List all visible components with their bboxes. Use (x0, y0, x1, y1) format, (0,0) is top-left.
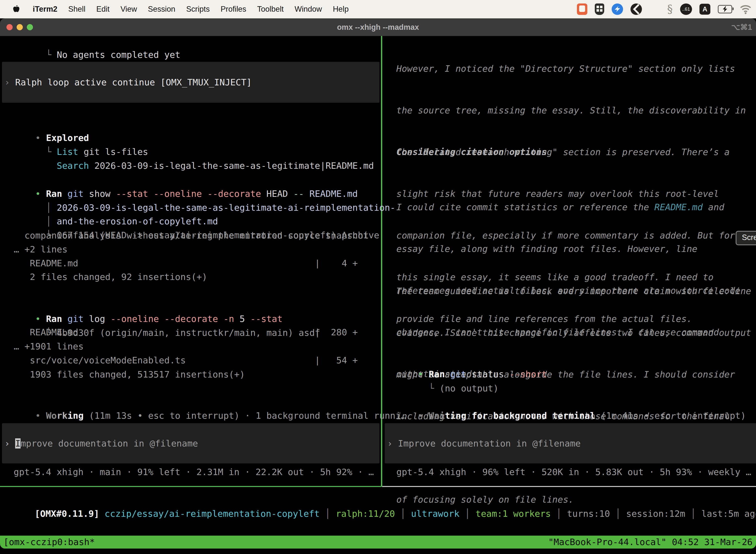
reasoning-section-header: Considering citation options (396, 145, 547, 159)
window-title: omx --xhigh --madmax (0, 18, 756, 36)
tmux-host-clock: "MacBook-Pro-44.local" 04:52 31-Mar-26 (548, 536, 753, 549)
tmux-session-window[interactable]: [omx-cczip0:bash* (3, 536, 95, 549)
apple-menu-icon[interactable] (12, 5, 20, 14)
show-output-line-2: │ and-the-erosion-of-copyleft.md (3, 201, 218, 214)
ralph-counter: ralph:11/20 (336, 509, 395, 519)
left-no-agents-line: └ No agents completed yet (3, 34, 180, 48)
left-prompt-input[interactable]: › Improve documentation in @filename (2, 423, 379, 463)
menu-item-toolbelt[interactable]: Toolbelt (257, 5, 284, 14)
no-output-line: └ (no output) (386, 368, 499, 382)
right-prompt-input[interactable]: › Improve documentation in @filename (385, 423, 756, 463)
menu-item-view[interactable]: View (121, 5, 137, 14)
charging-bolt-glyph (721, 6, 729, 12)
ran-git-log-line: • Ran git log --oneline --decorate -n 5 … (3, 298, 282, 312)
menu-item-iterm2[interactable]: iTerm2 (33, 5, 57, 14)
diffstat-readme-2: README.md | 280 + (3, 325, 358, 339)
commit-line-2: companion analysis without altering the … (3, 229, 369, 242)
kaleidoscope-icon[interactable] (630, 3, 642, 15)
omx-worktree-path: cczip/essay/ai-reimplementation-copyleft (105, 509, 320, 519)
blue-badge-icon[interactable] (612, 3, 623, 15)
show-output-line-1: │ 2026-03-09-is-legal-the-same-as-legiti… (3, 187, 395, 201)
shield-grid-icon[interactable] (595, 3, 604, 15)
ran-git-show-line: • Ran git show --stat --oneline --decora… (3, 173, 358, 187)
left-pane-bottom-border (0, 486, 381, 487)
terminal-content: └ No agents completed yet › Ralph loop a… (0, 36, 756, 536)
ran-git-status-line: • Ran git status --short (386, 353, 547, 367)
diffstat-readme: README.md | 4 + (3, 257, 358, 270)
menu-item-help[interactable]: Help (333, 5, 349, 14)
tmux-status-bar: [omx-cczip0:bash* "MacBook-Pro-44.local"… (0, 536, 756, 549)
explored-line: • Explored (3, 117, 89, 131)
iterm-window: omx --xhigh --madmax ⌥⌘1 └ No agents com… (0, 18, 756, 549)
right-model-status-line: gpt-5.4 xhigh · 96% left · 520K in · 5.8… (396, 465, 751, 479)
diffstat-voicemode: src/voice/voiceModeEnabled.ts | 54 + (3, 353, 358, 367)
working-status-line: • Working (11m 13s • esc to interrupt) ·… (3, 395, 406, 409)
turns-counter: turns:10 (567, 509, 610, 519)
menu-bar: iTerm2 Shell Edit View Session Scripts P… (0, 0, 756, 18)
wifi-icon[interactable] (740, 4, 752, 14)
menu-item-shell[interactable]: Shell (68, 5, 85, 14)
block-cursor: I (15, 438, 20, 448)
menu-item-scripts[interactable]: Scripts (186, 5, 210, 14)
input-source-icon[interactable]: A (699, 4, 710, 15)
menu-item-session[interactable]: Session (148, 5, 175, 14)
readme-link[interactable]: README.md (654, 202, 703, 212)
log-commit-line: └ 4b9d30f (origin/main, instructkr/main,… (3, 312, 320, 326)
omx-version: [OMX#0.11.9] (35, 509, 105, 519)
dots-grid-icon[interactable] (649, 4, 660, 14)
session-duration: session:12m (626, 509, 685, 519)
title-bar[interactable]: omx --xhigh --madmax ⌥⌘1 (0, 18, 756, 36)
waiting-status-line: • Waiting for background terminal (1m 41… (386, 395, 746, 409)
last-activity: last:5m ago (701, 509, 756, 519)
screen-notification-popup[interactable]: Scre (736, 231, 756, 245)
menu-bar-status-icons: § ..61 A (577, 0, 752, 18)
menu-item-window[interactable]: Window (295, 5, 322, 14)
diffstat-summary-2: 1903 files changed, 513517 insertions(+) (3, 368, 245, 382)
menu-item-profiles[interactable]: Profiles (220, 5, 246, 14)
battery-charging-icon[interactable] (718, 5, 732, 13)
ultrawork-badge: ultrawork (411, 509, 459, 519)
hook-icon[interactable]: § (667, 3, 673, 15)
omx-status-bar: [OMX#0.11.9] cczip/essay/ai-reimplementa… (2, 493, 756, 507)
diffstat-summary-1: 2 files changed, 92 insertions(+) (3, 270, 207, 284)
commit-line-1: └ 067f154 (HEAD -> essay/ai-reimplementa… (3, 214, 379, 228)
menu-item-edit[interactable]: Edit (96, 5, 109, 14)
more-lines-indicator-2: … +1901 lines (3, 340, 83, 353)
battery-badge-icon[interactable]: ..61 (680, 3, 692, 15)
bolt-glyph (612, 3, 623, 15)
left-model-status-line: gpt-5.4 xhigh · main · 91% left · 2.31M … (14, 465, 374, 479)
ralph-loop-banner: › Ralph loop active continue [OMX_TMUX_I… (2, 62, 379, 103)
window-shortcut-badge: ⌥⌘1 (731, 18, 752, 36)
explored-list-line: └ List git ls-files (3, 131, 148, 145)
more-lines-indicator: … +2 lines (3, 242, 67, 257)
screenshot-app-icon[interactable] (577, 3, 587, 15)
team-workers: team:1 workers (476, 509, 551, 519)
explored-search-line: Search 2026-03-09-is-legal-the-same-as-l… (3, 145, 374, 159)
